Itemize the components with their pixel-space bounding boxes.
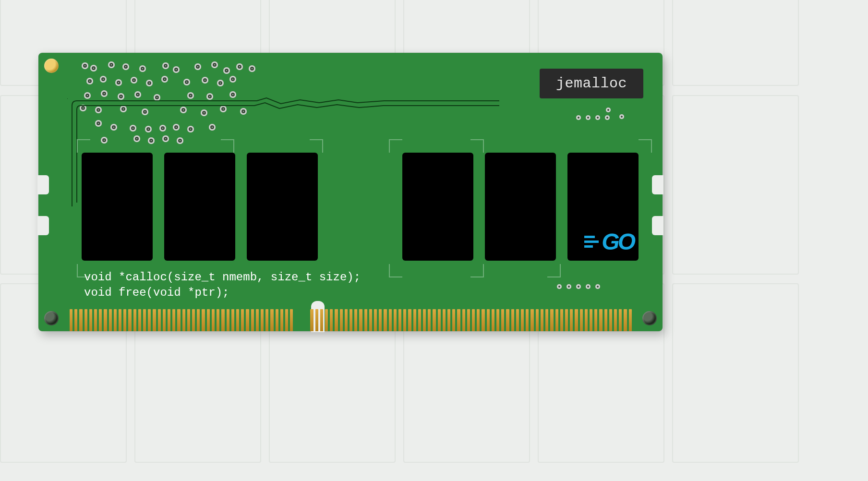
contact-pin xyxy=(217,309,219,331)
contact-pin xyxy=(285,309,288,331)
contact-pin xyxy=(70,309,72,331)
contact-pin xyxy=(496,309,499,331)
contact-pin xyxy=(403,309,406,331)
memory-chip xyxy=(485,153,556,261)
via xyxy=(606,108,611,112)
contact-pin xyxy=(236,309,239,331)
contact-pin xyxy=(320,309,323,331)
contact-pin xyxy=(560,309,563,331)
contact-pin xyxy=(541,309,543,331)
contact-pin xyxy=(354,309,357,331)
contact-pin xyxy=(394,309,397,331)
contact-pin xyxy=(345,309,348,331)
contact-pin xyxy=(619,309,622,331)
bracket-icon xyxy=(77,139,90,153)
contact-pin xyxy=(624,309,627,331)
contact-pin xyxy=(270,309,273,331)
contact-pin xyxy=(104,309,107,331)
memory-chip xyxy=(164,153,235,261)
contact-pin xyxy=(482,309,484,331)
contact-pin xyxy=(629,309,632,331)
contact-pin xyxy=(477,309,480,331)
code-snippet: void *calloc(size_t nmemb, size_t size);… xyxy=(84,270,361,301)
contact-pin xyxy=(511,309,514,331)
contact-pin xyxy=(221,309,224,331)
contact-pin xyxy=(89,309,92,331)
contact-pin xyxy=(423,309,426,331)
contact-pin xyxy=(109,309,112,331)
contact-pin xyxy=(614,309,617,331)
contact-pin xyxy=(599,309,602,331)
contact-pin xyxy=(359,309,362,331)
contact-pin xyxy=(467,309,470,331)
bracket-icon xyxy=(310,139,323,153)
contact-pin xyxy=(163,309,166,331)
contact-pin xyxy=(526,309,529,331)
contact-pin xyxy=(609,309,612,331)
contact-pin xyxy=(143,309,146,331)
contact-pin xyxy=(492,309,494,331)
contact-pin xyxy=(457,309,460,331)
contact-pin xyxy=(379,309,382,331)
via xyxy=(619,114,624,119)
contact-pin xyxy=(94,309,97,331)
contact-pin xyxy=(575,309,578,331)
contact-pin xyxy=(315,309,318,331)
contact-pin xyxy=(565,309,568,331)
contact-pin xyxy=(443,309,446,331)
contact-pin xyxy=(536,309,539,331)
contact-pin xyxy=(501,309,504,331)
contact-pin xyxy=(231,309,234,331)
contact-pin xyxy=(133,309,136,331)
contact-pin xyxy=(280,309,283,331)
code-line-2: void free(void *ptr); xyxy=(84,286,229,299)
bracket-icon xyxy=(547,264,561,277)
memory-chip xyxy=(82,153,153,261)
contact-pin xyxy=(369,309,372,331)
contact-pin xyxy=(413,309,416,331)
contact-pin xyxy=(158,309,161,331)
contact-pin xyxy=(506,309,509,331)
contact-pin xyxy=(487,309,490,331)
contact-pin xyxy=(256,309,259,331)
contact-pin xyxy=(119,309,121,331)
via-row xyxy=(576,115,610,120)
contact-pin xyxy=(148,309,151,331)
memory-chip xyxy=(402,153,473,261)
contact-pin xyxy=(182,309,185,331)
contact-pin xyxy=(261,309,264,331)
contact-pin xyxy=(585,309,588,331)
contact-pin xyxy=(374,309,377,331)
contact-pin xyxy=(545,309,548,331)
contact-pin xyxy=(74,309,77,331)
code-line-1: void *calloc(size_t nmemb, size_t size); xyxy=(84,271,361,284)
contact-pin xyxy=(153,309,156,331)
contact-pin xyxy=(340,309,343,331)
contact-pin xyxy=(276,309,278,331)
contact-pin xyxy=(207,309,210,331)
contact-pin xyxy=(246,309,249,331)
contact-pin xyxy=(530,309,533,331)
ram-stick: jemalloc xyxy=(38,53,663,331)
contact-pin xyxy=(594,309,597,331)
contact-pin xyxy=(521,309,524,331)
contact-pin xyxy=(428,309,431,331)
bracket-icon xyxy=(221,139,234,153)
contact-pin xyxy=(447,309,450,331)
bracket-icon xyxy=(470,139,484,153)
contact-pin xyxy=(438,309,441,331)
contact-pin xyxy=(79,309,82,331)
memory-chip xyxy=(247,153,318,261)
via-row xyxy=(557,284,600,289)
bracket-icon xyxy=(639,139,652,153)
contact-pin xyxy=(212,309,215,331)
contact-pin xyxy=(433,309,435,331)
contact-pin xyxy=(99,309,102,331)
contact-pin xyxy=(227,309,229,331)
contact-pin xyxy=(555,309,558,331)
contact-pin xyxy=(168,309,170,331)
contact-pin xyxy=(187,309,190,331)
memory-chip: GO xyxy=(567,153,639,261)
contact-pin xyxy=(192,309,195,331)
contact-pin xyxy=(138,309,141,331)
